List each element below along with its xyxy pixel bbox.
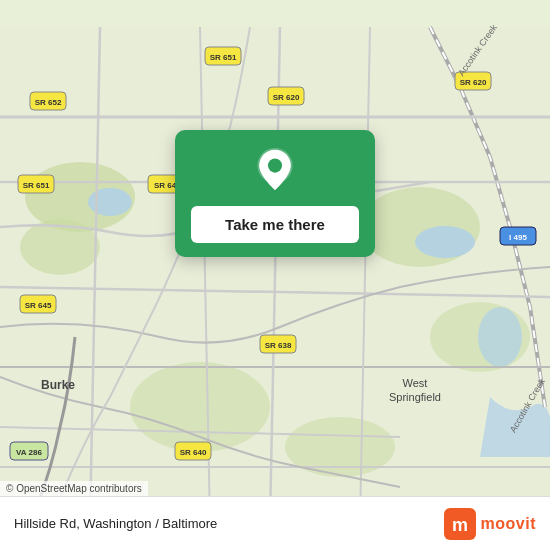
moovit-wordmark: moovit [481,515,536,533]
location-pin-icon [253,148,297,192]
svg-point-7 [88,188,132,216]
moovit-brand-icon: m [444,508,476,540]
svg-text:m: m [452,515,468,535]
svg-text:Springfield: Springfield [389,391,441,403]
svg-text:SR 620: SR 620 [273,93,300,102]
svg-text:SR 651: SR 651 [210,53,237,62]
take-me-there-button[interactable]: Take me there [191,206,359,243]
svg-point-8 [415,226,475,258]
svg-point-9 [478,307,522,367]
map-background: SR 651 SR 652 SR 620 SR 620 SR 651 SR 64… [0,0,550,550]
svg-text:West: West [403,377,428,389]
location-label: Hillside Rd, Washington / Baltimore [14,516,217,531]
svg-point-5 [130,362,270,452]
map-container: SR 651 SR 652 SR 620 SR 620 SR 651 SR 64… [0,0,550,550]
svg-text:VA 286: VA 286 [16,448,42,457]
svg-text:SR 645: SR 645 [25,301,52,310]
attribution-text: © OpenStreetMap contributors [0,481,148,496]
svg-text:SR 640: SR 640 [180,448,207,457]
svg-text:SR 651: SR 651 [23,181,50,190]
svg-text:Burke: Burke [41,378,75,392]
svg-point-48 [268,159,282,173]
svg-text:SR 64: SR 64 [154,181,177,190]
popup-card: Take me there [175,130,375,257]
moovit-logo: m moovit [444,508,536,540]
svg-text:SR 638: SR 638 [265,341,292,350]
svg-text:I 495: I 495 [509,233,527,242]
svg-text:SR 620: SR 620 [460,78,487,87]
svg-text:SR 652: SR 652 [35,98,62,107]
bottom-bar: Hillside Rd, Washington / Baltimore m mo… [0,496,550,550]
